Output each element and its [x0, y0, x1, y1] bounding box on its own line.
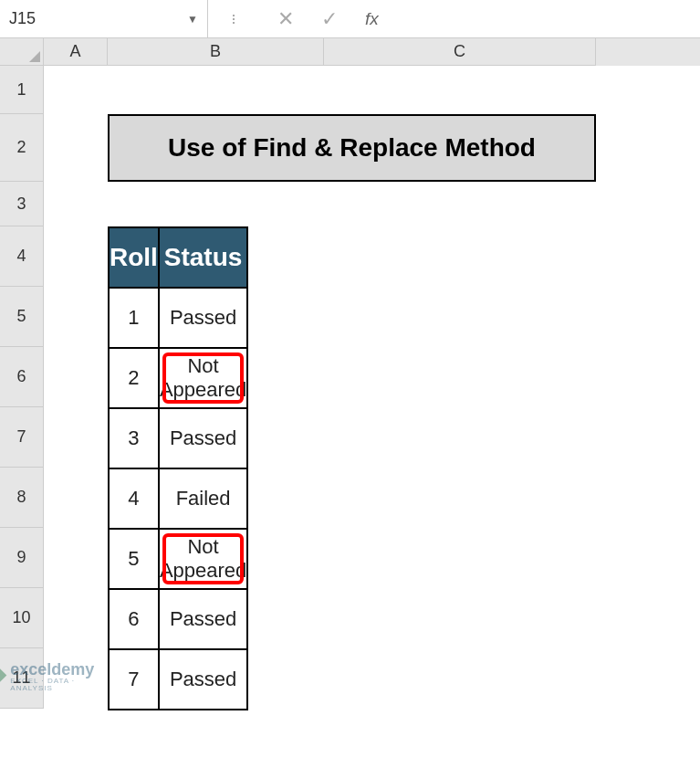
separator-icon	[231, 15, 236, 24]
row-header-10[interactable]: 10	[0, 588, 44, 648]
row-header-4[interactable]: 4	[0, 226, 44, 287]
highlight-box	[162, 533, 244, 584]
table-row: 4Failed	[109, 468, 247, 529]
table-row: 1Passed	[109, 288, 247, 348]
col-header-A[interactable]: A	[44, 38, 108, 66]
cell-roll[interactable]: 4	[109, 468, 159, 529]
cell-status[interactable]: Passed	[159, 649, 247, 710]
data-table: Roll Status 1Passed2Not Appeared3Passed4…	[108, 226, 248, 710]
highlight-box	[162, 352, 244, 404]
row-header-6[interactable]: 6	[0, 347, 44, 407]
row-header-7[interactable]: 7	[0, 407, 44, 468]
name-box[interactable]: J15 ▼	[0, 0, 208, 37]
select-all-corner[interactable]	[0, 38, 44, 66]
dropdown-icon[interactable]: ▼	[187, 13, 198, 26]
row-header-8[interactable]: 8	[0, 468, 44, 528]
formula-bar: J15 ▼ ✕ ✓ fx	[0, 0, 700, 38]
row-headers: 1 2 3 4 5 6 7 8 9 10 11	[0, 66, 44, 709]
watermark-tagline: EXCEL · DATA · ANALYSIS	[10, 678, 98, 692]
table-row: 3Passed	[109, 408, 247, 468]
cell-status[interactable]: Not Appeared	[159, 529, 247, 589]
cell-roll[interactable]: 7	[109, 649, 159, 710]
watermark-name: exceldemy	[10, 661, 98, 678]
table-row: 6Passed	[109, 589, 247, 649]
watermark-logo-icon	[0, 667, 7, 688]
cell-roll[interactable]: 1	[109, 288, 159, 348]
row-header-9[interactable]: 9	[0, 528, 44, 588]
col-header-C[interactable]: C	[324, 38, 596, 66]
header-roll[interactable]: Roll	[109, 227, 159, 288]
cancel-icon[interactable]: ✕	[277, 7, 294, 31]
formula-tools: ✕ ✓ fx	[208, 7, 392, 31]
table-row: 5Not Appeared	[109, 529, 247, 589]
cell-roll[interactable]: 2	[109, 348, 159, 408]
row-header-2[interactable]: 2	[0, 114, 44, 182]
cell-status[interactable]: Passed	[159, 589, 247, 649]
watermark: exceldemy EXCEL · DATA · ANALYSIS	[0, 661, 98, 692]
table-header-row: Roll Status	[109, 227, 247, 288]
fx-icon[interactable]: fx	[365, 9, 379, 29]
header-status[interactable]: Status	[159, 227, 247, 288]
cell-roll[interactable]: 3	[109, 408, 159, 468]
table-row: 2Not Appeared	[109, 348, 247, 408]
row-header-3[interactable]: 3	[0, 182, 44, 226]
name-box-value: J15	[9, 9, 36, 28]
row-header-1[interactable]: 1	[0, 66, 44, 114]
cell-status[interactable]: Passed	[159, 408, 247, 468]
cell-status[interactable]: Failed	[159, 468, 247, 529]
title-merged-cell[interactable]: Use of Find & Replace Method	[108, 114, 596, 182]
cell-status[interactable]: Not Appeared	[159, 348, 247, 408]
table-row: 7Passed	[109, 649, 247, 710]
cell-roll[interactable]: 5	[109, 529, 159, 589]
col-header-B[interactable]: B	[108, 38, 324, 66]
row-header-5[interactable]: 5	[0, 287, 44, 347]
accept-icon[interactable]: ✓	[321, 7, 338, 31]
column-headers: A B C	[0, 38, 700, 66]
cell-roll[interactable]: 6	[109, 589, 159, 649]
cell-status[interactable]: Passed	[159, 288, 247, 348]
